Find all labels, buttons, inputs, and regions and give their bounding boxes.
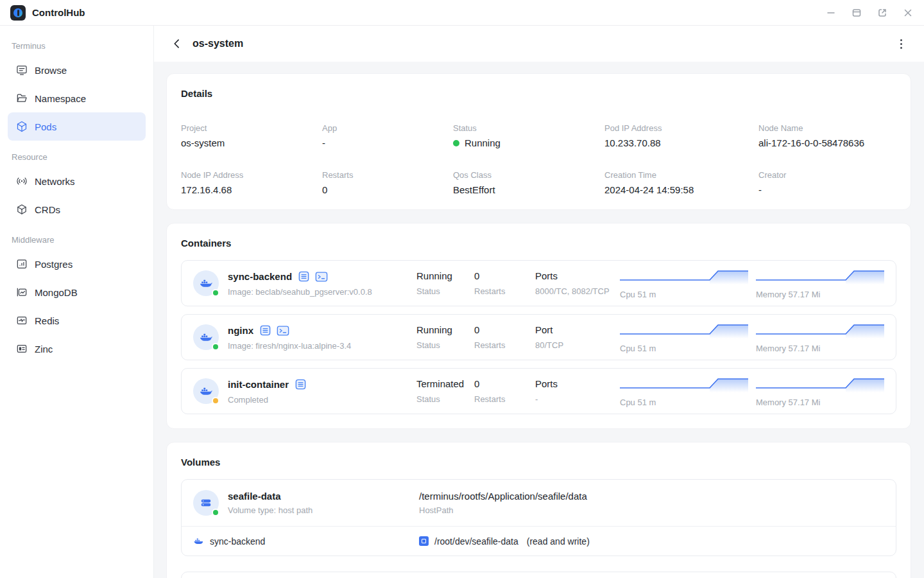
sidebar-item-label: Pods	[35, 121, 56, 132]
sidebar-item-label: Namespace	[35, 93, 86, 104]
terminal-icon[interactable]	[277, 324, 289, 337]
detail-label: Project	[181, 123, 322, 133]
detail-value: 2024-04-24 14:59:58	[604, 184, 758, 195]
details-title: Details	[181, 88, 896, 99]
containers-card: Containers	[166, 223, 911, 429]
volume-path-type: HostPath	[419, 505, 884, 515]
mount-path-icon	[419, 536, 429, 546]
detail-value: BestEffort	[453, 184, 604, 195]
sidebar: Terminus Browse Namespace Pods Resource …	[0, 26, 154, 578]
sidebar-item-browse[interactable]: Browse	[8, 56, 146, 84]
containers-title: Containers	[181, 238, 896, 249]
logs-icon[interactable]	[297, 270, 310, 283]
cpu-sparkline: Cpu 51 m	[620, 268, 748, 299]
app-title: ControlHub	[32, 7, 85, 18]
container-state-badge	[212, 397, 219, 405]
container-list: sync-backend Image: beclab/seahub	[181, 260, 896, 414]
detail-label: Creation Time	[604, 170, 758, 180]
memory-sparkline: Memory 57.17 Mi	[756, 322, 884, 353]
detail-field: Pod IP Address 10.233.70.88	[604, 123, 758, 148]
page-header: os-system	[154, 26, 924, 62]
minimize-icon[interactable]	[825, 7, 837, 19]
window-controls	[825, 7, 914, 19]
details-grid: Project os-system App -	[181, 123, 896, 195]
container-status: Terminated Status	[416, 378, 474, 404]
detail-field: Restarts 0	[322, 170, 453, 195]
sidebar-item-mongodb[interactable]: MongoDB	[8, 278, 146, 306]
detail-field: Project os-system	[181, 123, 322, 148]
volumes-card: Volumes	[166, 442, 911, 578]
detail-value: -	[758, 184, 896, 195]
container-state-badge	[212, 289, 219, 297]
container-subtitle: Completed	[228, 395, 307, 405]
logs-icon[interactable]	[259, 324, 271, 337]
container-restarts: 0 Restarts	[474, 324, 535, 350]
window-titlebar: ControlHub	[0, 0, 924, 26]
volume-mount-row: sync-backend /root/dev/seafile-data (rea…	[182, 526, 896, 556]
detail-field: Creator -	[758, 170, 896, 195]
detail-label: Restarts	[322, 170, 453, 180]
mount-container-name: sync-backend	[210, 536, 265, 547]
memory-sparkline: Memory 57.17 Mi	[756, 268, 884, 299]
sidebar-item-label: Browse	[35, 65, 67, 76]
volume-path: /terminus/rootfs/Application/seafile/dat…	[419, 491, 884, 502]
detail-value: 172.16.4.68	[181, 184, 322, 195]
content-area: Details Project os-system App	[154, 62, 924, 578]
status-dot-icon	[453, 140, 459, 146]
docker-icon	[193, 324, 219, 350]
container-subtitle: Image: beclab/seahub_pgserver:v0.0.8	[228, 287, 372, 297]
volume-name: seafile-data	[228, 491, 312, 502]
sidebar-item-postgres[interactable]: Postgres	[8, 250, 146, 278]
detail-value: -	[322, 137, 453, 148]
sidebar-item-label: Networks	[35, 176, 75, 187]
sidebar-section-middleware: Middleware	[12, 235, 142, 245]
page-title: os-system	[193, 38, 243, 49]
postgres-icon	[15, 258, 28, 270]
volume-disk-icon	[193, 490, 219, 516]
detail-value: 10.233.70.88	[604, 137, 758, 148]
volume-row-kube-api-access: kube-api-access-2irzl - - -	[181, 572, 896, 578]
docker-icon	[193, 378, 219, 404]
cpu-sparkline: Cpu 51 m	[620, 322, 748, 353]
networks-icon	[15, 175, 28, 188]
cpu-sparkline: Cpu 51 m	[620, 376, 748, 407]
logs-icon[interactable]	[294, 378, 307, 391]
detail-label: Status	[453, 123, 604, 133]
crds-icon	[15, 203, 28, 216]
container-restarts: 0 Restarts	[474, 270, 535, 296]
detail-value: 0	[322, 184, 453, 195]
sidebar-section-resource: Resource	[12, 152, 142, 162]
container-row: init-container Completed	[181, 368, 896, 414]
sidebar-item-redis[interactable]: Redis	[8, 306, 146, 335]
container-name: sync-backend	[228, 271, 292, 282]
sidebar-item-label: CRDs	[35, 204, 60, 215]
detail-field: Qos Class BestEffort	[453, 170, 604, 195]
back-button[interactable]	[169, 36, 185, 51]
namespace-icon	[15, 92, 28, 105]
close-icon[interactable]	[902, 7, 914, 19]
sidebar-item-zinc[interactable]: Zinc	[8, 335, 146, 363]
volumes-title: Volumes	[181, 457, 896, 468]
docker-icon	[193, 270, 219, 296]
detail-field: Node Name ali-172-16-0-0-58478636	[758, 123, 896, 148]
maximize-icon[interactable]	[851, 7, 862, 19]
sidebar-section-terminus: Terminus	[12, 41, 142, 51]
terminal-icon[interactable]	[315, 270, 328, 283]
sidebar-item-namespace[interactable]: Namespace	[8, 84, 146, 112]
container-ports: Ports -	[535, 378, 620, 404]
container-ports: Ports 8000/TC, 8082/TCP	[535, 270, 620, 296]
volume-state-badge	[212, 509, 219, 516]
sidebar-item-networks[interactable]: Networks	[8, 167, 146, 195]
mount-path: /root/dev/seafile-data	[434, 536, 518, 547]
sidebar-item-crds[interactable]: CRDs	[8, 195, 146, 223]
sidebar-item-pods[interactable]: Pods	[8, 112, 146, 141]
redis-icon	[15, 314, 28, 327]
mongodb-icon	[15, 286, 28, 299]
detail-value: os-system	[181, 137, 322, 148]
detail-field: Node IP Address 172.16.4.68	[181, 170, 322, 195]
sidebar-item-label: Postgres	[35, 259, 73, 270]
detail-label: Pod IP Address	[604, 123, 758, 133]
more-options-icon[interactable]	[893, 36, 909, 51]
open-external-icon[interactable]	[877, 7, 888, 19]
zinc-icon	[15, 342, 28, 355]
